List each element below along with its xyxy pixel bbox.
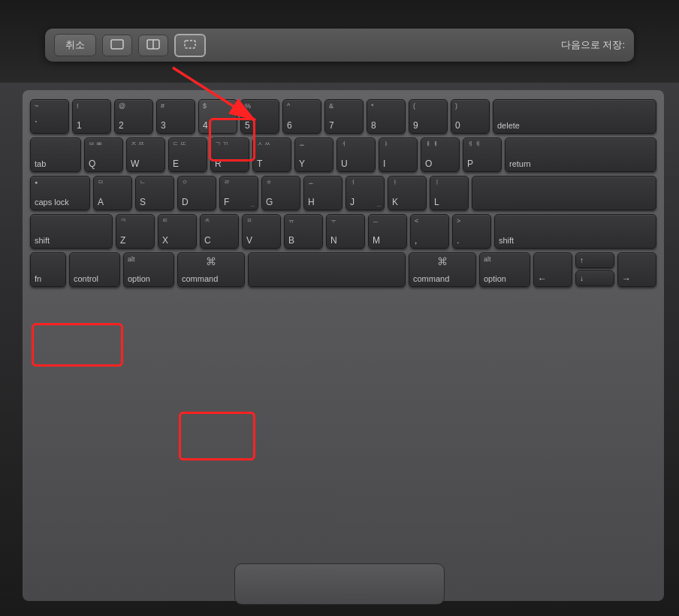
key-3[interactable]: # 3 [156,99,195,134]
key-shift-left[interactable]: shift [30,214,113,249]
key-d[interactable]: ㅇ D [177,176,216,210]
key-e[interactable]: ㄷ ㄸ E [168,137,207,172]
key-c[interactable]: ㅊ C [200,214,239,249]
key-v[interactable]: ㅍ V [242,214,281,249]
key-o[interactable]: ㅐ ㅒ O [421,137,460,172]
key-capslock[interactable]: ● caps lock [30,176,90,210]
key-8[interactable]: * 8 [367,99,406,134]
key-s[interactable]: ㄴ S [135,176,174,210]
key-y[interactable]: ㅛ Y [294,137,333,172]
row-zxcv: shift ㅋ Z ㅌ X ㅊ C ㅍ V [30,214,656,249]
key-1[interactable]: ! 1 [72,99,111,134]
key-l[interactable]: ㅣ L [430,176,469,210]
key-option-right[interactable]: alt option [479,252,530,287]
row-qwerty: tab ㅂ ㅃ Q ㅈ ㅉ W ㄷ ㄸ E ㄱ ㄲ R [30,137,656,172]
keyboard-area: ~ ` ! 1 @ 2 # 3 $ 4 [0,83,679,616]
key-command[interactable]: ⌘ command [177,252,245,287]
mode-btn-4[interactable] [174,34,206,57]
key-fn[interactable]: fn [30,252,66,287]
key-arrow-down[interactable]: ↓ [575,270,614,286]
key-comma[interactable]: < , [410,214,449,249]
key-g[interactable]: ㅎ G [261,176,300,210]
key-9[interactable]: ( 9 [409,99,448,134]
key-h[interactable]: ㅗ H [303,176,343,210]
key-backspace[interactable]: delete [493,99,656,134]
key-0[interactable]: ) 0 [451,99,490,134]
key-return[interactable]: return [505,137,656,172]
key-space[interactable] [248,252,406,287]
row-asdf: ● caps lock ㅁ A ㄴ S ㅇ D ㄹ F [30,176,656,210]
key-f[interactable]: ㄹ F _ [219,176,258,210]
key-arrow-left[interactable]: ← [533,252,572,287]
key-i[interactable]: ㅑ I [379,137,418,172]
key-period[interactable]: > . [452,214,491,249]
key-option[interactable]: alt option [123,252,174,287]
key-w[interactable]: ㅈ ㅉ W [126,137,165,172]
trackpad[interactable] [234,563,445,605]
key-z[interactable]: ㅋ Z [116,214,155,249]
key-tab[interactable]: tab [30,137,81,172]
key-return-extend[interactable] [472,176,656,210]
key-shift-right[interactable]: shift [494,214,656,249]
key-6[interactable]: ^ 6 [282,99,321,134]
key-r[interactable]: ㄱ ㄲ R [210,137,249,172]
key-b[interactable]: ㅠ B [284,214,323,249]
key-7[interactable]: & 7 [324,99,364,134]
key-n[interactable]: ㅜ N [326,214,365,249]
save-label: 다음으로 저장: [561,38,625,52]
key-k[interactable]: ㅏ K [388,176,427,210]
arrow-keys-vertical: ↑ ↓ [575,252,614,287]
key-u[interactable]: ㅕ U [336,137,376,172]
key-arrow-right[interactable]: → [617,252,656,287]
mode-btn-3[interactable] [138,35,168,56]
row-numbers: ~ ` ! 1 @ 2 # 3 $ 4 [30,99,656,134]
svg-rect-3 [185,41,195,48]
key-backtick[interactable]: ~ ` [30,99,69,134]
key-t[interactable]: ㅅ ㅆ T [252,137,291,172]
key-arrow-up[interactable]: ↑ [575,252,614,268]
key-j[interactable]: ㅓ J _ [346,176,385,210]
row-modifiers: fn control alt option ⌘ command ⌘ comman [30,252,656,287]
key-p[interactable]: ㅔ ㅖ P [463,137,502,172]
key-x[interactable]: ㅌ X [158,214,197,249]
key-a[interactable]: ㅁ A [93,176,132,210]
svg-rect-0 [111,40,123,49]
key-command-right[interactable]: ⌘ command [409,252,476,287]
key-m[interactable]: ㅡ M [368,214,407,249]
key-5[interactable]: % 5 [240,99,279,134]
screenshot-container: 취소 다음으로 저장: ~ ` ! 1 [0,0,679,616]
key-4[interactable]: $ 4 [198,99,237,134]
key-2[interactable]: @ 2 [114,99,153,134]
key-q[interactable]: ㅂ ㅃ Q [84,137,123,172]
keyboard-bezel: ~ ` ! 1 @ 2 # 3 $ 4 [23,90,664,601]
mode-btn-2[interactable] [102,35,132,56]
key-control[interactable]: control [69,252,120,287]
cancel-button[interactable]: 취소 [54,34,96,56]
toolbar: 취소 다음으로 저장: [45,29,634,62]
